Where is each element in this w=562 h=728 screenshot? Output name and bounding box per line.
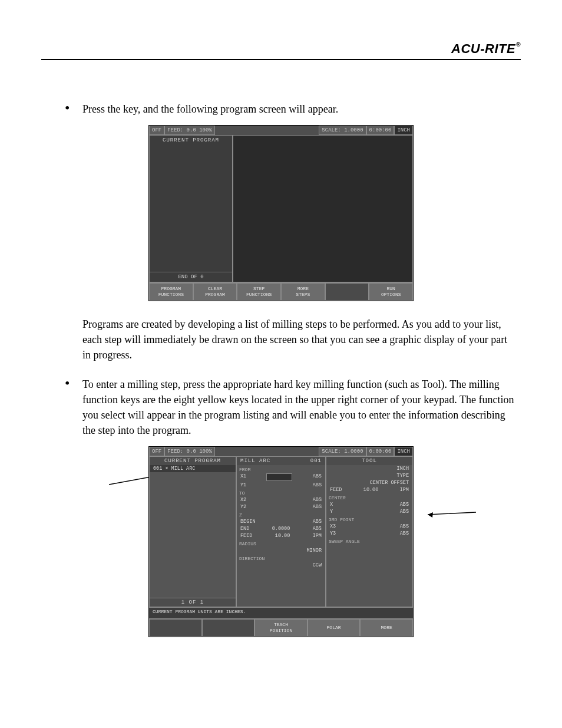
bullet-dot: • xyxy=(65,377,82,438)
left-panel-title: CURRENT PROGRAM xyxy=(150,136,232,145)
status-time: 0:00:00 xyxy=(366,126,395,135)
field-tool-inch: INCH xyxy=(326,465,412,472)
group-sweep: SWEEP ANGLE xyxy=(326,538,412,545)
softkey-run-options[interactable]: RUN OPTIONS xyxy=(369,283,413,301)
status-feed: FEED: 0.0 100% xyxy=(164,126,215,135)
end-of-list: END OF 0 xyxy=(150,272,232,282)
left-panel: CURRENT PROGRAM END OF 0 xyxy=(149,135,233,282)
bullet-text-2: To enter a milling step, press the appro… xyxy=(82,377,521,438)
group-direction: DIRECTION xyxy=(237,555,325,562)
field-tool-feed[interactable]: FEED10.00IPM xyxy=(326,486,412,493)
callout-arrow-right xyxy=(424,510,477,522)
bullet-item-2: • To enter a milling step, press the app… xyxy=(65,377,521,438)
status-off: OFF xyxy=(149,126,164,135)
softkey-row: PROGRAM FUNCTIONS CLEAR PROGRAM STEP FUN… xyxy=(149,282,413,301)
screenshot-2: OFF FEED: 0.0 100% SCALE: 1.0000 0:00:00… xyxy=(148,446,414,637)
screenshot-1: OFF FEED: 0.0 100% SCALE: 1.0000 0:00:00… xyxy=(148,125,414,301)
field-y3[interactable]: Y3ABS xyxy=(326,530,412,537)
svg-marker-3 xyxy=(428,512,433,518)
softkey-row-2: TEACH POSITION POLAR MORE xyxy=(149,618,413,637)
svg-line-2 xyxy=(428,512,476,515)
mill-arc-title: MILL ARC 001 xyxy=(237,457,325,465)
field-center-x[interactable]: XABS xyxy=(326,501,412,508)
softkey-step-functions[interactable]: STEP FUNCTIONS xyxy=(237,283,281,301)
softkey-teach-position[interactable]: TEACH POSITION xyxy=(254,619,308,637)
group-z: Z xyxy=(237,512,325,518)
softkey-more-steps[interactable]: MORE STEPS xyxy=(281,283,325,301)
status-bar: OFF FEED: 0.0 100% SCALE: 1.0000 0:00:00… xyxy=(149,126,413,135)
mill-arc-panel: MILL ARC 001 FROM X1ABS Y1ABS TO X2ABS Y… xyxy=(236,456,326,607)
field-x3[interactable]: X3ABS xyxy=(326,523,412,530)
group-center: CENTER xyxy=(326,495,412,501)
field-x1[interactable]: X1ABS xyxy=(237,473,325,482)
status-scale: SCALE: 1.0000 xyxy=(319,126,366,135)
group-radius: RADIUS xyxy=(237,541,325,547)
paragraph-1: Programs are created by developing a lis… xyxy=(82,317,515,363)
preview-area xyxy=(233,135,413,282)
softkey-more[interactable]: MORE xyxy=(360,619,413,637)
softkey-clear-program[interactable]: CLEAR PROGRAM xyxy=(193,283,237,301)
program-list-title: CURRENT PROGRAM xyxy=(150,457,236,465)
status-time: 0:00:00 xyxy=(366,447,395,456)
softkey-empty xyxy=(325,283,369,301)
brand-reg: ® xyxy=(516,41,521,48)
screenshot-1-wrap: OFF FEED: 0.0 100% SCALE: 1.0000 0:00:00… xyxy=(41,125,521,301)
status-off: OFF xyxy=(149,447,164,456)
field-end[interactable]: END0.0000ABS xyxy=(237,525,325,532)
status-feed: FEED: 0.0 100% xyxy=(164,447,215,456)
field-tool-type: TYPE xyxy=(326,472,412,479)
page-header: ACU-RITE® xyxy=(41,41,521,60)
brand-logo: ACU-RITE® xyxy=(451,41,521,57)
field-tool-offset: CENTER OFFSET xyxy=(326,479,412,486)
softkey-empty-1 xyxy=(149,619,202,637)
group-from: FROM xyxy=(237,466,325,473)
tool-title: TOOL xyxy=(326,457,412,465)
field-direction[interactable]: CCW xyxy=(237,562,325,569)
field-x2[interactable]: X2ABS xyxy=(237,496,325,503)
message-bar: CURRENT PROGRAM UNITS ARE INCHES. xyxy=(149,607,413,618)
program-item-1[interactable]: 001 × MILL ARC xyxy=(150,465,236,472)
field-y1[interactable]: Y1ABS xyxy=(237,482,325,489)
field-radius[interactable]: MINOR xyxy=(237,547,325,554)
bullet-dot: • xyxy=(65,101,82,117)
softkey-polar[interactable]: POLAR xyxy=(308,619,361,637)
status-scale: SCALE: 1.0000 xyxy=(319,447,366,456)
softkey-program-functions[interactable]: PROGRAM FUNCTIONS xyxy=(149,283,193,301)
brand-text: ACU-RITE xyxy=(451,41,515,56)
tool-panel: TOOL INCH TYPE CENTER OFFSET FEED10.00IP… xyxy=(326,456,413,607)
bullet-text-1: Press the key, and the following program… xyxy=(82,101,521,117)
screenshot-2-wrap: OFF FEED: 0.0 100% SCALE: 1.0000 0:00:00… xyxy=(41,446,521,637)
softkey-empty-2 xyxy=(202,619,255,637)
status-bar: OFF FEED: 0.0 100% SCALE: 1.0000 0:00:00… xyxy=(149,447,413,456)
status-unit: INCH xyxy=(394,126,413,135)
bullet-item-1: • Press the key, and the following progr… xyxy=(65,101,521,117)
field-y2[interactable]: Y2ABS xyxy=(237,503,325,510)
field-begin[interactable]: BEGINABS xyxy=(237,518,325,525)
program-list-footer: 1 OF 1 xyxy=(150,598,236,607)
field-center-y[interactable]: YABS xyxy=(326,508,412,515)
group-third-point: 3RD POINT xyxy=(326,516,412,523)
program-list-panel: CURRENT PROGRAM 001 × MILL ARC 1 OF 1 xyxy=(149,456,236,607)
group-to: TO xyxy=(237,490,325,496)
status-unit: INCH xyxy=(394,447,413,456)
field-feed-mid[interactable]: FEED10.00IPM xyxy=(237,532,325,539)
